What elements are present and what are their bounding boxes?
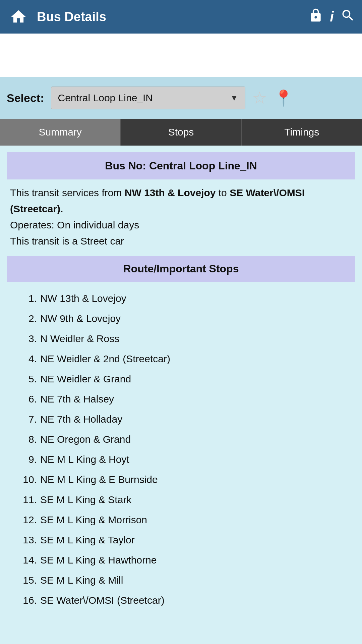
tabs-bar: Summary Stops Timings [0,119,362,146]
list-item: 8. NE Oregon & Grand [17,429,345,449]
list-item: 9. NE M L King & Hoyt [17,449,345,470]
desc-plain1: This transit services from [10,187,125,198]
search-icon[interactable] [341,8,355,26]
bus-number-header: Bus No: Central Loop Line_IN [7,152,355,179]
tab-timings[interactable]: Timings [242,119,362,146]
tab-summary[interactable]: Summary [0,119,121,146]
list-item: 11. SE M L King & Stark [17,490,345,510]
select-label: Select: [7,92,44,105]
favorite-star-icon[interactable]: ☆ [252,88,267,108]
list-item: 10. NE M L King & E Burnside [17,470,345,490]
route-stops-header: Route/Important Stops [7,256,355,282]
stop-list: 1. NW 13th & Lovejoy 2. NW 9th & Lovejoy… [7,285,355,614]
lock-icon[interactable] [308,8,323,26]
list-item: 1. NW 13th & Lovejoy [17,288,345,309]
list-item: 14. SE M L King & Hawthorne [17,550,345,570]
list-item: 5. NE Weidler & Grand [17,369,345,389]
list-item: 2. NW 9th & Lovejoy [17,309,345,329]
selected-route: Central Loop Line_IN [58,92,230,104]
list-item: 15. SE M L King & Mill [17,570,345,590]
info-icon[interactable]: i [330,9,334,25]
select-row: Select: Central Loop Line_IN ▼ ☆ 📍 [0,77,362,119]
list-item: 12. SE M L King & Morrison [17,510,345,530]
bus-description: This transit services from NW 13th & Lov… [7,185,355,249]
desc-origin: NW 13th & Lovejoy [125,187,216,198]
header: Bus Details i [0,0,362,34]
tab-stops[interactable]: Stops [121,119,241,146]
home-button[interactable] [7,5,30,29]
dropdown-arrow-icon: ▼ [230,93,238,103]
list-item: 16. SE Water\/OMSI (Streetcar) [17,590,345,610]
list-item: 7. NE 7th & Holladay [17,409,345,429]
desc-mid: to [216,187,230,198]
operates-text: Operates: On individual days [10,219,139,230]
transit-type-text: This transit is a Street car [10,235,124,247]
content-area: Bus No: Central Loop Line_IN This transi… [0,146,362,621]
list-item: 3. N Weidler & Ross [17,329,345,349]
list-item: 13. SE M L King & Taylor [17,530,345,550]
page-title: Bus Details [37,10,302,24]
ad-banner [0,34,362,77]
list-item: 6. NE 7th & Halsey [17,389,345,409]
route-dropdown[interactable]: Central Loop Line_IN ▼ [51,87,245,109]
list-item: 4. NE Weidler & 2nd (Streetcar) [17,349,345,369]
map-pin-icon[interactable]: 📍 [274,89,293,107]
